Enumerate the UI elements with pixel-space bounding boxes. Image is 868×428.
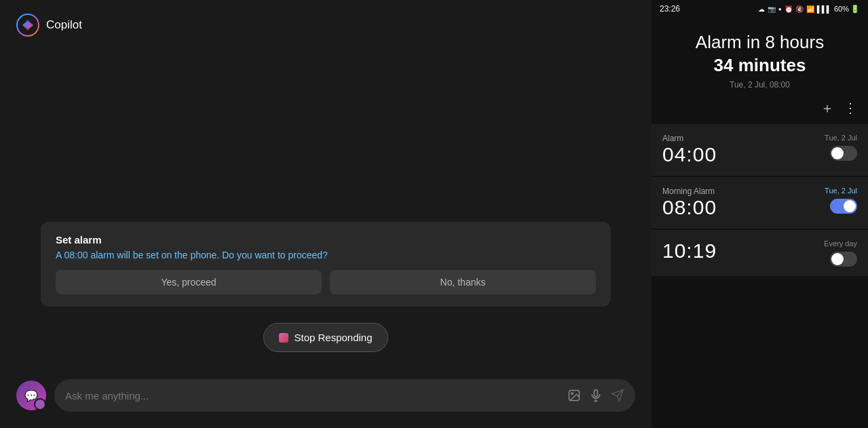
- alarm-time: 10:19: [662, 239, 717, 262]
- alarm-card: Set alarm A 08:00 alarm will be set on t…: [41, 222, 611, 307]
- copilot-title: Copilot: [46, 18, 82, 32]
- input-icons: [567, 389, 624, 402]
- alarm-item: 10:19 Every day: [652, 230, 868, 276]
- alarm-headline: Alarm in 8 hours 34 minutes: [665, 31, 854, 77]
- dot-indicator: ●: [778, 6, 782, 12]
- cloud-icon: ☁: [758, 5, 765, 13]
- alarm-info: Morning Alarm 08:00: [662, 187, 717, 219]
- copilot-logo-icon: [16, 14, 39, 37]
- alarm-info: 10:19: [662, 239, 717, 262]
- svg-rect-3: [595, 390, 598, 397]
- chat-input-wrapper: [54, 379, 635, 412]
- alarm-item-header: Alarm 04:00 Tue, 2 Jul: [662, 134, 857, 166]
- battery-indicator: 60% 🔋: [834, 5, 860, 14]
- alarm-item-date: Tue, 2 Jul: [825, 134, 857, 142]
- wifi-icon: 📶: [806, 5, 814, 13]
- alarm-item-header: 10:19 Every day: [662, 239, 857, 267]
- copilot-header: Copilot: [0, 0, 652, 50]
- stop-responding-container: Stop Responding: [41, 323, 611, 352]
- alarm-label: Morning Alarm: [662, 187, 717, 196]
- yes-proceed-button[interactable]: Yes, proceed: [56, 270, 322, 294]
- input-area: 💬: [0, 379, 652, 428]
- svg-point-2: [571, 393, 573, 395]
- alarm-action-buttons: Yes, proceed No, thanks: [56, 270, 596, 294]
- alarm-toggle[interactable]: [830, 252, 857, 267]
- no-thanks-button[interactable]: No, thanks: [330, 270, 596, 294]
- user-avatar: 💬: [16, 381, 46, 410]
- status-bar: 23:26 ☁ 📷 ● ⏰ 🔇 📶 ▌▌▌ 60% 🔋: [652, 0, 868, 18]
- alarm-headline-section: Alarm in 8 hours 34 minutes Tue, 2 Jul, …: [652, 18, 868, 99]
- alarm-right: Every day: [824, 239, 857, 267]
- microphone-button[interactable]: [589, 389, 603, 402]
- alarm-next-date: Tue, 2 Jul, 08:00: [665, 80, 854, 90]
- alarm-right: Tue, 2 Jul: [825, 134, 857, 161]
- alarm-time: 04:00: [662, 143, 717, 166]
- copilot-panel: Copilot Set alarm A 08:00 alarm will be …: [0, 0, 652, 428]
- send-button[interactable]: [611, 389, 624, 402]
- status-icons: ☁ 📷 ● ⏰ 🔇 📶 ▌▌▌ 60% 🔋: [758, 5, 860, 14]
- camera-icon: 📷: [768, 5, 776, 13]
- add-alarm-button[interactable]: ＋: [820, 99, 834, 117]
- status-time: 23:26: [660, 4, 680, 14]
- alarm-item-date: Every day: [824, 239, 857, 248]
- alarm-right: Tue, 2 Jul: [825, 187, 857, 214]
- alarm-label: Alarm: [662, 134, 717, 143]
- alarm-item: Morning Alarm 08:00 Tue, 2 Jul: [652, 177, 868, 229]
- mute-icon: 🔇: [795, 5, 804, 13]
- battery-icon: 🔋: [850, 5, 860, 14]
- alarm-item: Alarm 04:00 Tue, 2 Jul: [652, 124, 868, 176]
- chat-bubble-icon: 💬: [24, 389, 38, 402]
- alarm-item-header: Morning Alarm 08:00 Tue, 2 Jul: [662, 187, 857, 219]
- image-attach-button[interactable]: [567, 389, 581, 402]
- alarm-indicator-icon: ⏰: [785, 5, 793, 13]
- alarm-toggle[interactable]: [830, 146, 857, 161]
- chat-area: Set alarm A 08:00 alarm will be set on t…: [0, 50, 652, 379]
- signal-icon: ▌▌▌: [817, 5, 831, 13]
- alarm-item-date: Tue, 2 Jul: [825, 187, 857, 195]
- alarm-card-description: A 08:00 alarm will be set on the phone. …: [56, 250, 596, 260]
- alarm-card-title: Set alarm: [56, 234, 596, 246]
- alarm-info: Alarm 04:00: [662, 134, 717, 166]
- chat-input[interactable]: [65, 390, 559, 402]
- alarm-clock-panel: 23:26 ☁ 📷 ● ⏰ 🔇 📶 ▌▌▌ 60% 🔋 Alarm in: [652, 0, 868, 428]
- stop-responding-button[interactable]: Stop Responding: [263, 323, 388, 352]
- alarm-time: 08:00: [662, 196, 717, 219]
- alarm-actions: ＋ ⋮: [652, 99, 868, 124]
- alarm-toggle[interactable]: [830, 199, 857, 214]
- alarm-list: Alarm 04:00 Tue, 2 Jul Morning Alarm 08:…: [652, 124, 868, 428]
- more-options-button[interactable]: ⋮: [844, 100, 857, 116]
- stop-icon: [279, 333, 288, 343]
